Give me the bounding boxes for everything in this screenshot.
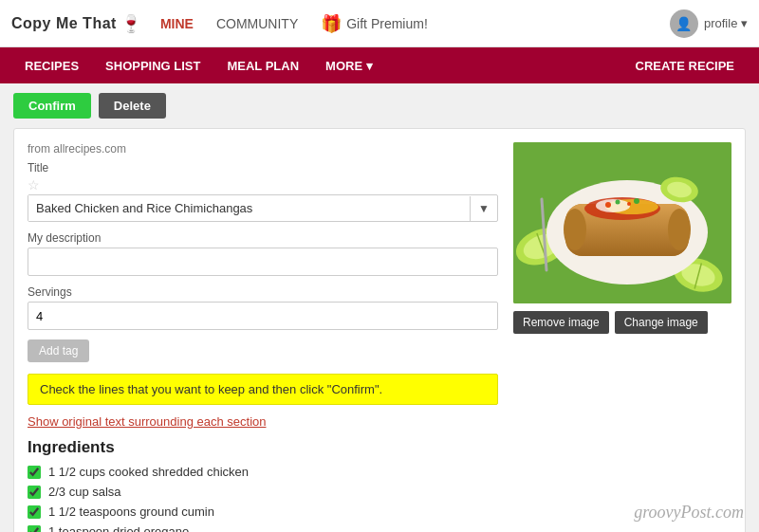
ingredient-checkbox[interactable] [28,466,41,479]
recipe-left-column: from allrecipes.com Title ☆ ▼ My descrip… [28,142,498,532]
remove-image-button[interactable]: Remove image [513,311,609,334]
top-nav-links: MINE COMMUNITY 🎁 Gift Premium! [160,13,670,34]
title-input[interactable] [28,195,470,221]
add-tag-button[interactable]: Add tag [28,339,89,362]
list-item: 2/3 cup salsa [28,485,498,499]
description-label: My description [28,231,498,245]
ingredient-list: 1 1/2 cups cooked shredded chicken2/3 cu… [28,465,498,532]
meal-plan-nav-item[interactable]: MEAL PLAN [213,47,312,83]
recipes-nav-item[interactable]: RECIPES [11,47,92,83]
logo[interactable]: Copy Me That 🍷 [11,13,141,34]
ingredients-heading: Ingredients [28,438,498,457]
shopping-list-nav-item[interactable]: SHOPPING LIST [92,47,213,83]
list-item: 1 1/2 teaspoons ground cumin [28,504,498,519]
svg-point-14 [596,199,630,212]
show-original-link[interactable]: Show original text surrounding each sect… [28,414,498,429]
instruction-box: Check the lines that you want to keep an… [28,374,498,405]
recipe-source: from allrecipes.com [28,142,498,156]
mine-link[interactable]: MINE [160,16,194,31]
avatar: 👤 [670,9,698,38]
title-dropdown-arrow[interactable]: ▼ [470,196,497,221]
main-nav-links: RECIPES SHOPPING LIST MEAL PLAN MORE ▾ [11,47,622,83]
brand-icon: 🍷 [120,13,141,34]
main-content: Confirm Delete from allrecipes.com Title… [0,83,759,532]
main-navigation: RECIPES SHOPPING LIST MEAL PLAN MORE ▾ C… [0,47,759,83]
title-input-row: ▼ [28,194,498,222]
top-navigation: Copy Me That 🍷 MINE COMMUNITY 🎁 Gift Pre… [0,0,759,47]
svg-point-10 [564,209,586,250]
confirm-button[interactable]: Confirm [13,93,91,119]
recipe-right-column: Remove image Change image [513,142,731,532]
ingredient-text: 1 1/2 teaspoons ground cumin [48,504,214,519]
ingredient-text: 1 1/2 cups cooked shredded chicken [48,465,249,479]
gift-label: Gift Premium! [346,16,428,31]
ingredient-checkbox[interactable] [28,486,41,499]
action-buttons: Confirm Delete [13,93,746,119]
svg-point-15 [605,202,611,208]
list-item: 1 1/2 cups cooked shredded chicken [28,465,498,479]
profile-menu[interactable]: 👤 profile ▾ [670,9,748,38]
instruction-text: Check the lines that you want to keep an… [40,382,382,396]
star-icon: ☆ [28,177,498,193]
profile-label: profile ▾ [704,16,748,30]
svg-point-17 [627,202,631,206]
title-label: Title [28,161,498,174]
description-input[interactable] [28,248,498,276]
servings-input[interactable] [28,302,498,330]
servings-label: Servings [28,285,498,299]
gift-icon: 🎁 [321,13,342,34]
ingredient-checkbox[interactable] [28,525,41,533]
change-image-button[interactable]: Change image [615,311,708,334]
svg-point-16 [616,200,620,205]
ingredient-text: 2/3 cup salsa [48,485,121,499]
more-nav-item[interactable]: MORE ▾ [312,47,386,83]
ingredient-text: 1 teaspoon dried oregano [48,524,189,532]
svg-point-18 [634,198,639,204]
ingredient-checkbox[interactable] [28,505,41,519]
delete-button[interactable]: Delete [99,93,166,119]
image-action-buttons: Remove image Change image [513,311,731,334]
recipe-image [513,142,731,303]
svg-point-11 [668,209,691,250]
create-recipe-button[interactable]: CREATE RECIPE [622,59,749,73]
recipe-card: from allrecipes.com Title ☆ ▼ My descrip… [13,128,746,532]
community-link[interactable]: COMMUNITY [216,16,298,31]
gift-premium-link[interactable]: 🎁 Gift Premium! [321,13,428,34]
brand-name: Copy Me That [11,15,117,32]
list-item: 1 teaspoon dried oregano [28,524,498,532]
